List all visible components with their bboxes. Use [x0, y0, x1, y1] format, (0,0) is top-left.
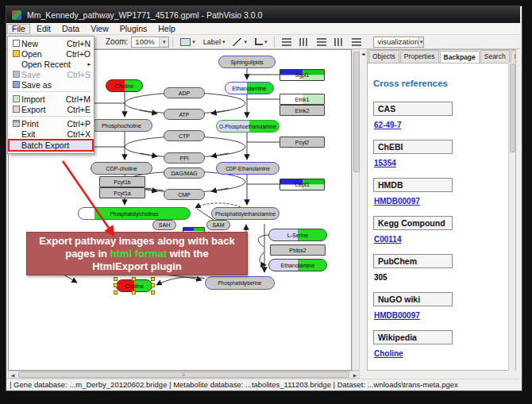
add-label-button[interactable]: Label ▾	[200, 35, 229, 49]
distribute-horizontal-button[interactable]	[314, 35, 330, 49]
chevron-down-icon[interactable]: ▾	[418, 37, 423, 47]
scrollbar-thumb[interactable]	[510, 63, 515, 152]
selection-handle[interactable]	[132, 290, 136, 294]
node-cmp[interactable]: CMP	[164, 189, 205, 200]
node-ethanolamine-bottom[interactable]: Ethanolamine	[268, 259, 327, 271]
node-sah[interactable]: SAH	[152, 220, 176, 230]
menu-item-label: Print	[21, 119, 61, 129]
tab-search[interactable]: Search	[480, 50, 510, 63]
distribute-vertical-button[interactable]	[331, 35, 347, 49]
gene-datanode-icon	[180, 38, 191, 46]
node-phosphatidylserine[interactable]: Phosphatidylserine	[205, 276, 275, 290]
selection-handle[interactable]	[151, 277, 155, 281]
tab-objects[interactable]: Objects	[368, 50, 399, 63]
chevron-down-icon[interactable]: ▾	[222, 39, 226, 45]
chevron-down-icon[interactable]: ▾	[192, 39, 195, 45]
splitter-collapse-icons[interactable]: ◂▸	[361, 51, 364, 371]
file-menu-item-open[interactable]: OpenCtrl+O	[8, 48, 94, 59]
file-menu-item-save[interactable]: SaveCtrl+S	[8, 69, 94, 79]
node-cept1[interactable]: Cept1	[279, 179, 325, 190]
draw-connector-button[interactable]: ▾	[252, 35, 271, 49]
toolbar-separator	[274, 37, 275, 48]
section-value-hmdb[interactable]: HMDB00097	[374, 197, 511, 206]
section-value-chebi[interactable]: 15354	[374, 159, 511, 167]
draw-line-button[interactable]: ▾	[229, 35, 250, 49]
menu-view[interactable]: View	[85, 23, 114, 35]
node-phosphocholine[interactable]: Phosphocholine	[91, 119, 152, 132]
section-value-nugo-wiki[interactable]: HMDB00097	[374, 311, 511, 320]
file-menu-item-print[interactable]: PrintCtrl+P	[8, 118, 94, 129]
align-center-button[interactable]	[279, 35, 295, 49]
node-phosphatidylcholines[interactable]: Phosphatidylcholines	[78, 207, 191, 220]
chevron-down-icon[interactable]: ▾	[244, 39, 247, 45]
match-size-button[interactable]	[349, 35, 364, 49]
node-adp[interactable]: ADP	[164, 87, 205, 98]
menu-item-shortcut: Ctrl+M	[66, 94, 91, 104]
node-l-serine[interactable]: L-Serine	[268, 229, 327, 241]
node-ppi[interactable]: PPi	[164, 152, 205, 164]
add-gene-datanode-button[interactable]: ▾	[177, 35, 199, 49]
node-etnk2[interactable]: Etnk2	[279, 105, 325, 116]
node-dag-mag[interactable]: DAG/MAG	[164, 167, 205, 179]
tab-legend[interactable]: Legend	[511, 50, 515, 63]
sidebar-vertical-scrollbar[interactable]	[508, 63, 515, 371]
selection-handle[interactable]	[114, 277, 118, 281]
node-ptdss2[interactable]: Ptdss2	[270, 244, 326, 256]
node-cdp-choline[interactable]: CDP-choline	[91, 162, 152, 175]
align-middle-button[interactable]	[296, 35, 312, 49]
menu-data[interactable]: Data	[56, 23, 85, 35]
canvas-horizontal-scrollbar[interactable]: ◀ ☰ ▶	[8, 371, 360, 379]
node-ctp[interactable]: CTP	[164, 130, 205, 141]
selection-handle[interactable]	[151, 283, 155, 287]
node-label: Pcyt1a	[114, 190, 130, 196]
node-label: Choline	[125, 283, 144, 289]
node-choline[interactable]: Choline	[106, 79, 143, 92]
node-cdp-ethanolamine[interactable]: CDP-Ethanolamine	[216, 162, 279, 175]
node-etnk1[interactable]: Etnk1	[279, 94, 325, 105]
export-icon	[10, 106, 21, 113]
node-sgpl1[interactable]: Sgpl1	[279, 69, 325, 81]
selection-handle[interactable]	[151, 290, 155, 294]
menu-help[interactable]: Help	[152, 23, 181, 35]
selection-handle[interactable]	[132, 277, 136, 281]
scrollbar-thumb[interactable]: ☰	[18, 371, 349, 378]
tab-properties[interactable]: Properties	[400, 50, 439, 63]
menu-plugins[interactable]: Plugins	[114, 23, 152, 35]
node-label: CMP	[178, 192, 191, 198]
chevron-down-icon[interactable]: ▾	[264, 39, 268, 45]
file-menu-item-export[interactable]: ExportCtrl+E	[8, 104, 94, 114]
node-o-phosphoethanolamine[interactable]: O-Phosphoethanolamine	[216, 120, 279, 133]
section-value-cas[interactable]: 62-49-7	[374, 121, 511, 129]
canvas-vertical-scrollbar[interactable]	[352, 49, 360, 371]
zoom-combobox[interactable]: 100% ▾	[131, 37, 169, 48]
panel-splitter[interactable]: ◂▸	[360, 49, 367, 371]
menu-item-shortcut: Ctrl+N	[67, 39, 91, 48]
menu-file[interactable]: File	[6, 23, 31, 35]
file-menu-item-import[interactable]: ImportCtrl+M	[8, 94, 94, 104]
file-menu-item-new[interactable]: NewCtrl+N	[8, 38, 94, 48]
selection-handle[interactable]	[114, 283, 118, 287]
node-pcyt2[interactable]: Pcyt2	[279, 137, 325, 148]
node-sam[interactable]: SAM	[206, 220, 230, 230]
file-menu-item-exit[interactable]: ExitCtrl+X	[8, 129, 94, 139]
chevron-down-icon[interactable]: ▾	[159, 37, 168, 47]
menu-edit[interactable]: Edit	[31, 23, 56, 35]
scrollbar-thumb[interactable]	[353, 52, 360, 172]
selection-handle[interactable]	[114, 290, 118, 294]
tab-backpage[interactable]: Backpage	[440, 51, 480, 63]
node-phosphatidylethanolamine[interactable]: Phosphatidylethanolamine	[211, 207, 279, 220]
scroll-left-icon[interactable]: ◀	[9, 372, 17, 378]
node-atp[interactable]: ATP	[164, 109, 205, 120]
node-pcyt1b[interactable]: Pcyt1b	[99, 176, 145, 187]
node-sphingolipids[interactable]: Sphingolipids	[218, 56, 276, 68]
section-value-wikipedia[interactable]: Choline	[374, 349, 511, 358]
node-pcyt1a[interactable]: Pcyt1a	[99, 187, 145, 198]
section-value-kegg-compound[interactable]: C00114	[374, 235, 511, 244]
scroll-right-icon[interactable]: ▶	[351, 372, 359, 378]
file-menu-item-batch-export[interactable]: Batch Export	[8, 139, 94, 152]
node-ethanolamine-top[interactable]: Ethanolamine	[225, 82, 274, 94]
file-menu-item-open-recent[interactable]: Open Recent▸	[8, 59, 94, 69]
visualization-combobox[interactable]: visualization ▾	[373, 37, 424, 48]
file-menu-item-save-as[interactable]: Save as	[8, 79, 94, 90]
title-bar[interactable]: Mm_Kennedy_pathway_WP1771_45176.gpml - P…	[6, 6, 520, 23]
